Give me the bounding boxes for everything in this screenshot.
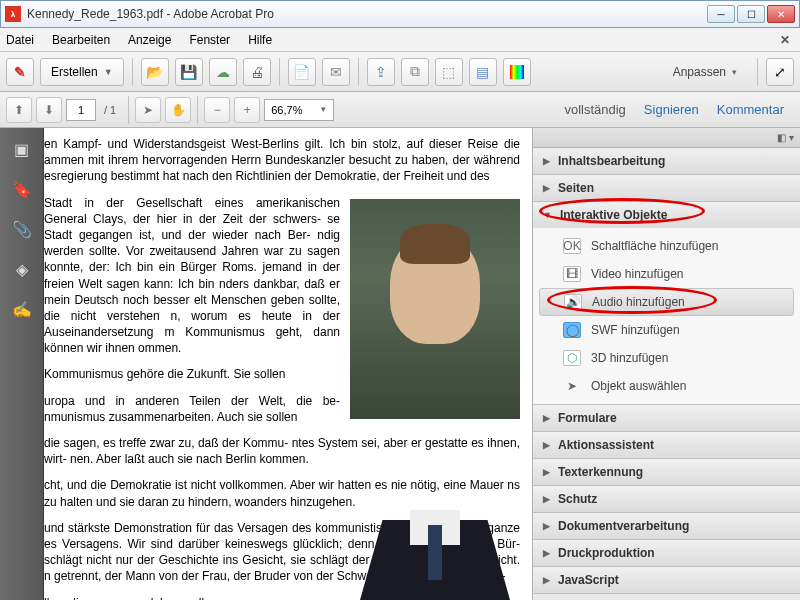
thumbnails-icon[interactable]: ▣ xyxy=(11,138,33,160)
signatures-icon[interactable]: ✍ xyxy=(11,298,33,320)
scan-icon[interactable]: 📄 xyxy=(288,58,316,86)
cube-icon: ⬡ xyxy=(563,350,581,366)
ocr-icon[interactable]: ⬚ xyxy=(435,58,463,86)
tool-add-video[interactable]: 🎞Video hinzufügen xyxy=(533,260,800,288)
combine-icon[interactable]: ⧉ xyxy=(401,58,429,86)
select-tool-icon[interactable]: ➤ xyxy=(135,97,161,123)
section-texterkennung[interactable]: ▶Texterkennung xyxy=(533,459,800,485)
filename: Kennedy_Rede_1963.pdf xyxy=(27,7,163,21)
swf-icon: ◯ xyxy=(563,322,581,338)
tools-pane-header[interactable]: ◧ ▾ xyxy=(533,128,800,148)
expand-icon[interactable]: ⤢ xyxy=(766,58,794,86)
triangle-right-icon: ▶ xyxy=(543,548,550,558)
chevron-down-icon: ▼ xyxy=(104,67,113,77)
page-up-button[interactable]: ⬆ xyxy=(6,97,32,123)
layers-icon[interactable]: ◈ xyxy=(11,258,33,280)
interactive-objects-body: OKSchaltfläche hinzufügen 🎞Video hinzufü… xyxy=(533,228,800,404)
tool-add-audio[interactable]: 🔊Audio hinzufügen xyxy=(539,288,794,316)
menu-hilfe[interactable]: Hilfe xyxy=(248,33,272,47)
zoom-out-icon[interactable]: − xyxy=(204,97,230,123)
section-dokumentverarbeitung[interactable]: ▶Dokumentverarbeitung xyxy=(533,513,800,539)
photo-jfk xyxy=(350,199,520,419)
document-close-icon[interactable]: ✕ xyxy=(780,33,790,47)
section-druckproduktion[interactable]: ▶Druckproduktion xyxy=(533,540,800,566)
attachments-icon[interactable]: 📎 xyxy=(11,218,33,240)
tool-add-swf[interactable]: ◯SWF hinzufügen xyxy=(533,316,800,344)
zoom-in-icon[interactable]: + xyxy=(234,97,260,123)
mail-icon[interactable]: ✉ xyxy=(322,58,350,86)
toolbar-main: ✎ Erstellen ▼ 📂 💾 ☁ 🖨 📄 ✉ ⇪ ⧉ ⬚ ▤ Anpass… xyxy=(0,52,800,92)
maximize-button[interactable]: ☐ xyxy=(737,5,765,23)
cursor-icon: ➤ xyxy=(563,378,581,394)
menubar: Datei Bearbeiten Anzeige Fenster Hilfe ✕ xyxy=(0,28,800,52)
triangle-right-icon: ▶ xyxy=(543,467,550,477)
triangle-right-icon: ▶ xyxy=(543,494,550,504)
open-icon[interactable]: 📂 xyxy=(141,58,169,86)
close-button[interactable]: ✕ xyxy=(767,5,795,23)
cloud-icon[interactable]: ☁ xyxy=(209,58,237,86)
print-icon[interactable]: 🖨 xyxy=(243,58,271,86)
minimize-button[interactable]: ─ xyxy=(707,5,735,23)
tool-add-button[interactable]: OKSchaltfläche hinzufügen xyxy=(533,232,800,260)
ok-icon: OK xyxy=(563,238,581,254)
pdf-icon: λ xyxy=(5,6,21,22)
tool-select-object[interactable]: ➤Objekt auswählen xyxy=(533,372,800,400)
section-seiten[interactable]: ▶Seiten xyxy=(533,175,800,201)
bookmarks-icon[interactable]: 🔖 xyxy=(11,178,33,200)
triangle-right-icon: ▶ xyxy=(543,575,550,585)
customize-label: Anpassen xyxy=(673,65,726,79)
workspace: ▣ 🔖 📎 ◈ ✍ en Kampf- und Widerstandsgeist… xyxy=(0,128,800,600)
doc-paragraph: die sagen, es treffe zwar zu, daß der Ko… xyxy=(44,435,520,467)
triangle-right-icon: ▶ xyxy=(543,521,550,531)
document-view[interactable]: en Kampf- und Widerstandsgeist West-Berl… xyxy=(44,128,532,600)
triangle-right-icon: ▶ xyxy=(543,156,550,166)
doc-paragraph: en Kampf- und Widerstandsgeist West-Berl… xyxy=(44,136,520,185)
page-number-input[interactable] xyxy=(66,99,96,121)
section-aktionsassistent[interactable]: ▶Aktionsassistent xyxy=(533,432,800,458)
section-inhaltsbearbeitung[interactable]: ▶Inhaltsbearbeitung xyxy=(533,148,800,174)
triangle-right-icon: ▶ xyxy=(543,183,550,193)
link-kommentar[interactable]: Kommentar xyxy=(717,102,784,117)
zoom-dropdown[interactable]: 66,7% ▼ xyxy=(264,99,334,121)
tool-add-3d[interactable]: ⬡3D hinzufügen xyxy=(533,344,800,372)
section-formulare[interactable]: ▶Formulare xyxy=(533,405,800,431)
film-icon: 🎞 xyxy=(563,266,581,282)
nav-pane: ▣ 🔖 📎 ◈ ✍ xyxy=(0,128,44,600)
triangle-down-icon: ▼ xyxy=(543,210,552,220)
doc-paragraph: cht, und die Demokratie ist nicht vollko… xyxy=(44,477,520,509)
tools-pane: ◧ ▾ ▶Inhaltsbearbeitung ▶Seiten ▼Interak… xyxy=(532,128,800,600)
app-name: Adobe Acrobat Pro xyxy=(173,7,274,21)
chevron-down-icon: ▼ xyxy=(319,105,327,114)
export-icon[interactable]: ⇪ xyxy=(367,58,395,86)
save-icon[interactable]: 💾 xyxy=(175,58,203,86)
link-vollstaendig[interactable]: vollständig xyxy=(564,102,625,117)
section-schutz[interactable]: ▶Schutz xyxy=(533,486,800,512)
triangle-right-icon: ▶ xyxy=(543,413,550,423)
speaker-icon: 🔊 xyxy=(564,294,582,310)
media-icon[interactable] xyxy=(503,58,531,86)
zoom-value: 66,7% xyxy=(271,104,302,116)
chevron-down-icon: ▾ xyxy=(732,67,737,77)
link-signieren[interactable]: Signieren xyxy=(644,102,699,117)
forms-icon[interactable]: ▤ xyxy=(469,58,497,86)
page-total: / 1 xyxy=(104,104,116,116)
customize-dropdown[interactable]: Anpassen ▾ xyxy=(661,58,749,86)
section-javascript[interactable]: ▶JavaScript xyxy=(533,567,800,593)
menu-anzeige[interactable]: Anzeige xyxy=(128,33,171,47)
menu-datei[interactable]: Datei xyxy=(6,33,34,47)
toolbar-nav: ⬆ ⬇ / 1 ➤ ✋ − + 66,7% ▼ vollständig Sign… xyxy=(0,92,800,128)
window-title: Kennedy_Rede_1963.pdf - Adobe Acrobat Pr… xyxy=(27,7,707,21)
create-dropdown[interactable]: Erstellen ▼ xyxy=(40,58,124,86)
hand-tool-icon[interactable]: ✋ xyxy=(165,97,191,123)
create-label: Erstellen xyxy=(51,65,98,79)
menu-fenster[interactable]: Fenster xyxy=(189,33,230,47)
page-down-button[interactable]: ⬇ xyxy=(36,97,62,123)
titlebar: λ Kennedy_Rede_1963.pdf - Adobe Acrobat … xyxy=(0,0,800,28)
section-interaktive-objekte[interactable]: ▼Interaktive Objekte xyxy=(533,202,800,228)
pdf-create-icon[interactable]: ✎ xyxy=(6,58,34,86)
menu-bearbeiten[interactable]: Bearbeiten xyxy=(52,33,110,47)
triangle-right-icon: ▶ xyxy=(543,440,550,450)
